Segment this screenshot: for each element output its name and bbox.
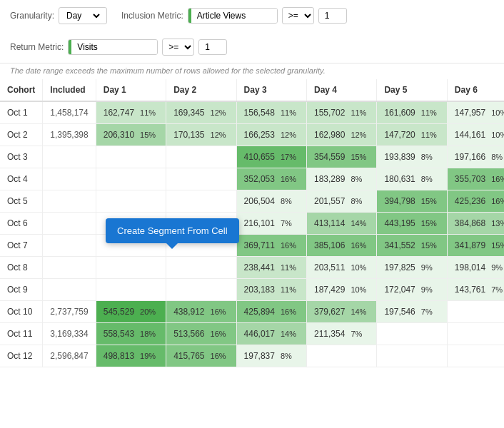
day-cell[interactable]: 385,10616% xyxy=(306,235,376,257)
day-cell[interactable] xyxy=(166,279,236,301)
day-cell[interactable]: 558,54318% xyxy=(96,323,166,345)
day-cell[interactable]: 352,05316% xyxy=(236,168,306,190)
day-cell[interactable]: 341,87915% xyxy=(447,235,504,257)
cell-pct: 11% xyxy=(418,130,440,140)
day-cell[interactable]: 147,95710% xyxy=(447,101,504,124)
day-cell[interactable]: 415,76516% xyxy=(166,345,236,367)
included-cell xyxy=(43,257,96,279)
day-cell[interactable]: 413,11414% xyxy=(306,213,376,235)
day-cell[interactable]: 197,5467% xyxy=(377,301,447,323)
cell-value: 180,631 xyxy=(384,174,415,184)
day-cell[interactable]: 438,91216% xyxy=(166,301,236,323)
day-cell[interactable]: 169,34512% xyxy=(166,101,236,124)
included-cell: 2,737,759 xyxy=(43,301,96,323)
day-cell[interactable]: 144,16110% xyxy=(447,124,504,146)
day-cell[interactable]: 203,18311% xyxy=(236,279,306,301)
day-cell[interactable]: 172,0479% xyxy=(377,279,447,301)
granularity-group: Granularity: Day Week Month xyxy=(10,7,107,24)
cell-value: 513,566 xyxy=(173,329,204,339)
day-cell[interactable]: 545,52920% xyxy=(96,301,166,323)
inclusion-op-select[interactable]: >= > = < <= xyxy=(282,7,314,24)
day-cell[interactable]: 147,72011% xyxy=(377,124,447,146)
granularity-label: Granularity: xyxy=(10,11,54,21)
inclusion-metric-input[interactable] xyxy=(191,9,277,23)
cell-value: 379,627 xyxy=(314,307,345,317)
day-cell[interactable]: 197,8259% xyxy=(377,257,447,279)
cohort-table-container: Create Segment From Cell Cohort Included… xyxy=(0,79,504,367)
day-cell[interactable] xyxy=(166,168,236,190)
day-cell[interactable]: 369,71116% xyxy=(236,235,306,257)
granularity-select[interactable]: Day Week Month xyxy=(64,10,102,21)
day-cell[interactable]: 156,54811% xyxy=(236,101,306,124)
cell-pct: 15% xyxy=(348,152,369,162)
day-cell[interactable]: 355,70316% xyxy=(447,168,504,190)
day-cell[interactable]: 155,70211% xyxy=(306,101,376,124)
day-cell[interactable]: 513,56616% xyxy=(166,323,236,345)
day-cell[interactable] xyxy=(96,146,166,168)
day-cell[interactable]: 143,7617% xyxy=(447,279,504,301)
day-cell[interactable]: 170,13512% xyxy=(166,124,236,146)
day-cell[interactable]: 162,74711% xyxy=(96,101,166,124)
return-op-select[interactable]: >= > = xyxy=(162,39,194,56)
day-cell[interactable]: 394,79815% xyxy=(377,190,447,213)
day-cell[interactable]: 379,62714% xyxy=(306,301,376,323)
day-cell[interactable] xyxy=(377,323,447,345)
day-cell[interactable]: 206,31015% xyxy=(96,124,166,146)
table-row: Oct 9203,18311%187,42910%172,0479%143,76… xyxy=(0,279,504,301)
day-cell[interactable] xyxy=(447,301,504,323)
cell-pct: 11% xyxy=(278,285,299,295)
cell-value: 341,552 xyxy=(384,240,415,250)
day-cell[interactable] xyxy=(447,323,504,345)
day-cell[interactable] xyxy=(166,190,236,213)
return-value-input[interactable] xyxy=(198,39,227,55)
day-cell[interactable] xyxy=(96,168,166,190)
cell-value: 162,747 xyxy=(104,108,134,118)
day-cell[interactable]: 216,1017% xyxy=(236,213,306,235)
day-cell[interactable]: 183,2898% xyxy=(306,168,376,190)
day-cell[interactable] xyxy=(306,345,376,367)
header-day1: Day 1 xyxy=(96,79,166,101)
day-cell[interactable]: 180,6318% xyxy=(377,168,447,190)
day-cell[interactable] xyxy=(166,146,236,168)
day-cell[interactable]: 410,65517% xyxy=(236,146,306,168)
cell-pct: 17% xyxy=(278,152,299,162)
table-row: Oct 4352,05316%183,2898%180,6318%355,703… xyxy=(0,168,504,190)
day-cell[interactable] xyxy=(166,257,236,279)
day-cell[interactable]: 193,8398% xyxy=(377,146,447,168)
day-cell[interactable]: 198,0149% xyxy=(447,257,504,279)
day-cell[interactable]: 354,55915% xyxy=(306,146,376,168)
day-cell[interactable]: 211,3547% xyxy=(306,323,376,345)
header-day4: Day 4 xyxy=(306,79,376,101)
day-cell[interactable]: 425,23616% xyxy=(447,190,504,213)
day-cell[interactable]: 384,86813% xyxy=(447,213,504,235)
cell-value: 438,912 xyxy=(173,307,204,317)
day-cell[interactable]: 206,5048% xyxy=(236,190,306,213)
cell-value: 352,053 xyxy=(244,174,275,184)
day-cell[interactable]: 446,01714% xyxy=(236,323,306,345)
cell-value: 144,161 xyxy=(455,130,485,140)
day-cell[interactable]: 341,55215% xyxy=(377,235,447,257)
cell-value: 187,429 xyxy=(314,285,345,295)
day-cell[interactable] xyxy=(96,279,166,301)
day-cell[interactable] xyxy=(96,257,166,279)
inclusion-value-input[interactable] xyxy=(318,8,347,24)
day-cell[interactable]: 166,25312% xyxy=(236,124,306,146)
day-cell[interactable]: 187,42910% xyxy=(306,279,376,301)
context-menu[interactable]: Create Segment From Cell xyxy=(106,218,239,243)
day-cell[interactable]: 162,98012% xyxy=(306,124,376,146)
day-cell[interactable]: 443,19515% xyxy=(377,213,447,235)
day-cell[interactable] xyxy=(377,345,447,367)
day-cell[interactable]: 238,44111% xyxy=(236,257,306,279)
day-cell[interactable] xyxy=(447,345,504,367)
day-cell[interactable]: 425,89416% xyxy=(236,301,306,323)
included-cell xyxy=(43,213,96,235)
day-cell[interactable]: 197,8378% xyxy=(236,345,306,367)
day-cell[interactable]: 203,51110% xyxy=(306,257,376,279)
day-cell[interactable]: 197,1668% xyxy=(447,146,504,168)
day-cell[interactable]: 201,5578% xyxy=(306,190,376,213)
day-cell[interactable]: 161,60911% xyxy=(377,101,447,124)
granularity-select-wrapper[interactable]: Day Week Month xyxy=(59,7,107,24)
day-cell[interactable] xyxy=(96,190,166,213)
day-cell[interactable]: 498,81319% xyxy=(96,345,166,367)
return-metric-input[interactable] xyxy=(71,40,157,54)
